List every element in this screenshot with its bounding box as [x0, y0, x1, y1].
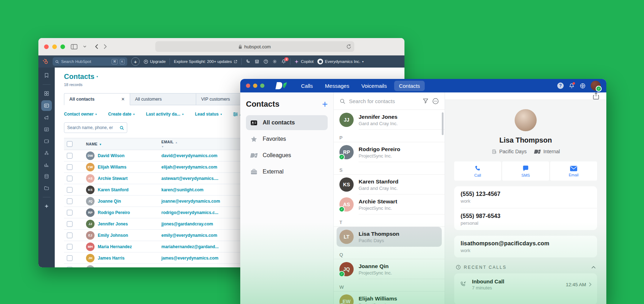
- filter-icon[interactable]: [423, 98, 429, 104]
- view-tab[interactable]: All customers: [130, 93, 196, 105]
- filter-dropdown[interactable]: Lead status▾: [195, 112, 222, 117]
- workspaces-grid-icon[interactable]: [44, 91, 49, 96]
- table-search-input[interactable]: Search name, phone, er: [64, 122, 127, 133]
- detail-field-row[interactable]: (555) 123-4567work: [454, 186, 597, 208]
- reporting-icon[interactable]: [44, 162, 49, 167]
- row-checkbox[interactable]: [67, 153, 73, 159]
- marketplace-icon[interactable]: [254, 59, 259, 64]
- sidebar-item-favorites[interactable]: Favorites: [246, 132, 328, 146]
- hubspot-add-button[interactable]: +: [131, 57, 140, 66]
- row-checkbox[interactable]: [67, 187, 73, 193]
- row-checkbox[interactable]: [67, 267, 73, 268]
- hubspot-search-input[interactable]: Search HubSpot ⌘ K: [53, 57, 127, 66]
- contact-name-link[interactable]: Ethan Cole: [98, 267, 120, 268]
- reload-icon[interactable]: [347, 44, 351, 49]
- sidebar-item-colleagues[interactable]: Colleagues: [246, 148, 328, 163]
- settings-icon[interactable]: [272, 59, 277, 64]
- zoom-window-button[interactable]: [60, 44, 65, 49]
- close-window-button[interactable]: [44, 44, 49, 49]
- chevron-down-icon[interactable]: ▾: [97, 75, 98, 78]
- contact-email-link[interactable]: rodrigo@everydynamics.c...: [159, 207, 237, 218]
- crm-contacts-icon[interactable]: [41, 100, 52, 111]
- library-icon[interactable]: [44, 185, 49, 191]
- sidebar-toggle-icon[interactable]: [71, 44, 77, 49]
- contact-name-link[interactable]: Archie Stewart: [98, 176, 128, 181]
- sidebar-item-all-contacts[interactable]: All contacts: [246, 115, 328, 130]
- user-avatar[interactable]: ✓: [591, 81, 601, 91]
- column-header-name[interactable]: NAME▼: [83, 138, 159, 150]
- upgrade-button[interactable]: Upgrade: [144, 59, 166, 64]
- contact-name-link[interactable]: Jennifer Jones: [98, 222, 128, 226]
- contact-name-link[interactable]: Elijah Willams: [98, 165, 127, 170]
- contact-email-link[interactable]: joanne@everydynamics.com: [159, 196, 237, 207]
- contact-email-link[interactable]: mariahernandez@gardand...: [159, 241, 237, 252]
- row-checkbox[interactable]: [67, 233, 73, 238]
- contact-list-item[interactable]: AS✓ Archie StewartProjectSync Inc.: [334, 194, 445, 214]
- contact-name-link[interactable]: Rodrigo Pereiro: [98, 210, 130, 215]
- call-button[interactable]: Call: [454, 161, 501, 181]
- automations-icon[interactable]: [44, 150, 49, 156]
- row-checkbox[interactable]: [67, 164, 73, 170]
- help-icon[interactable]: ?: [557, 82, 564, 89]
- recent-call-item[interactable]: Inbound Call7 minutes 12:45 AM: [454, 275, 597, 294]
- contact-email-link[interactable]: karen@sunlight.com: [159, 184, 237, 196]
- row-checkbox[interactable]: [67, 210, 73, 215]
- share-icon[interactable]: [593, 92, 599, 100]
- row-checkbox[interactable]: [67, 198, 73, 204]
- spotlight-link[interactable]: Explore Spotlight: 200+ updates: [174, 59, 237, 64]
- filter-dropdown[interactable]: Contact owner▾: [64, 112, 97, 117]
- notifications-bell-icon[interactable]: [569, 83, 575, 89]
- commerce-icon[interactable]: [44, 138, 49, 144]
- add-contact-button[interactable]: +: [322, 101, 328, 108]
- app-tab[interactable]: Messages: [320, 81, 354, 91]
- filter-dropdown[interactable]: Create date▾: [108, 112, 134, 117]
- app-tab[interactable]: Contacts: [394, 81, 424, 91]
- contact-email-link[interactable]: elijah@everydynamics.com: [159, 161, 237, 173]
- minimize-window-button[interactable]: [52, 44, 57, 49]
- filter-dropdown[interactable]: Last activity da...▾: [146, 112, 184, 117]
- contact-name-link[interactable]: Joanne Qin: [98, 199, 121, 204]
- notifications-bell-icon[interactable]: 2: [281, 59, 286, 64]
- contact-search[interactable]: Search for contacts: [334, 92, 445, 110]
- minimize-window-button[interactable]: [253, 84, 257, 88]
- contact-name-link[interactable]: James Harris: [98, 256, 124, 261]
- contact-email-link[interactable]: ethan@everydynamics.com: [159, 264, 237, 268]
- contact-name-link[interactable]: Emily Johnson: [98, 233, 128, 238]
- marketing-icon[interactable]: [44, 115, 49, 121]
- address-bar[interactable]: hubspot.com: [155, 41, 354, 52]
- content-icon[interactable]: [44, 127, 49, 132]
- copilot-button[interactable]: Copilot: [294, 59, 313, 64]
- more-options-icon[interactable]: [432, 98, 439, 105]
- bookmarks-icon[interactable]: [44, 73, 49, 78]
- detail-field-row[interactable]: (555) 987-6543personal: [461, 208, 597, 230]
- zoom-window-button[interactable]: [260, 84, 264, 88]
- contact-email-link[interactable]: emily@everydynamics.com: [159, 230, 237, 241]
- app-tab[interactable]: Calls: [296, 81, 317, 91]
- row-checkbox[interactable]: [67, 221, 73, 227]
- contact-list-item[interactable]: JJ Jennifer JonesGard and Cray Inc.: [334, 110, 445, 130]
- calling-icon[interactable]: [246, 59, 251, 64]
- row-checkbox[interactable]: [67, 176, 73, 181]
- chevron-down-icon[interactable]: [83, 46, 86, 48]
- contact-email-link[interactable]: astewart@everydynamics....: [159, 173, 237, 184]
- contact-list-item[interactable]: KS Karen StanfordGard and Cray Inc.: [334, 175, 445, 194]
- contact-list-item[interactable]: LT Lisa ThompsonPacific Days: [337, 227, 442, 247]
- contact-list-item[interactable]: RP✓ Rodrigo PereiroProjectSync Inc.: [334, 142, 445, 162]
- back-icon[interactable]: [95, 44, 98, 49]
- contact-name-link[interactable]: David Wilson: [98, 153, 124, 158]
- data-icon[interactable]: [44, 174, 49, 179]
- hubspot-logo-icon[interactable]: [43, 59, 49, 65]
- list-scrollbar[interactable]: [442, 112, 444, 135]
- contact-email-link[interactable]: david@everydynamics.com: [159, 150, 237, 161]
- contact-list-item[interactable]: JQ✓ Joanne QinProjectSync Inc.: [334, 259, 445, 279]
- column-header-email[interactable]: EMAIL▲▼: [159, 138, 237, 150]
- select-all-checkbox[interactable]: [67, 141, 73, 147]
- close-window-button[interactable]: [246, 84, 250, 88]
- email-button[interactable]: Email: [550, 161, 597, 181]
- sidebar-item-external[interactable]: External: [246, 164, 328, 179]
- row-checkbox[interactable]: [67, 244, 73, 250]
- contact-name-link[interactable]: Karen Stanford: [98, 187, 129, 192]
- contact-email-link[interactable]: james@everydynamics.com: [159, 252, 237, 264]
- row-checkbox[interactable]: [67, 255, 73, 261]
- collapse-icon[interactable]: [591, 266, 596, 269]
